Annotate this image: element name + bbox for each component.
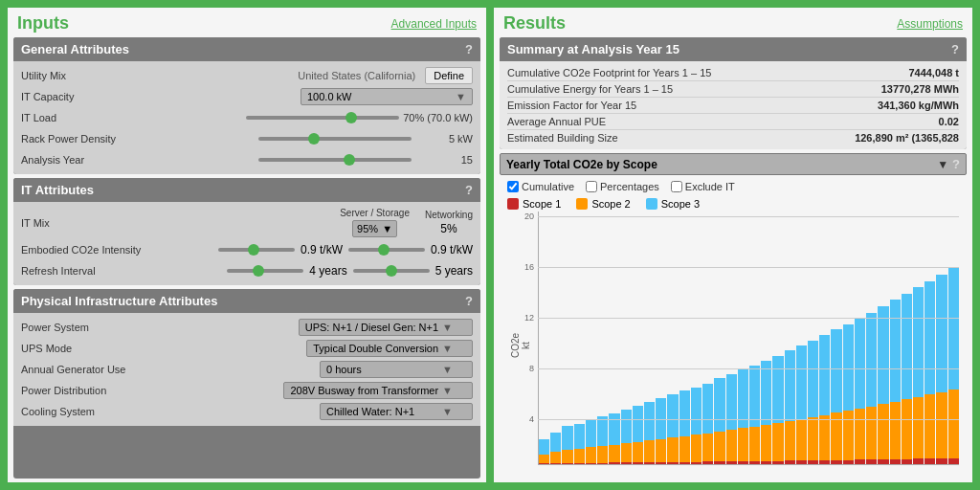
emission-factor-key: Emission Factor for Year 15: [507, 100, 844, 111]
bar-scope1: [948, 458, 959, 464]
annual-generator-use-arrow-icon: ▼: [442, 364, 453, 375]
bar-scope2: [843, 411, 854, 459]
annual-generator-use-dropdown[interactable]: 0 hours ▼: [320, 361, 473, 378]
bar-scope3: [702, 384, 713, 434]
scope3-legend-label: Scope 3: [661, 198, 700, 210]
bar-group: [586, 212, 596, 464]
refresh-interval-left-slider[interactable]: [227, 269, 303, 273]
percentages-checkbox[interactable]: [586, 181, 597, 192]
refresh-interval-label: Refresh Interval: [21, 265, 145, 277]
it-load-label: IT Load: [21, 112, 145, 123]
bar-scope1: [855, 459, 865, 464]
bar-scope2: [644, 440, 655, 462]
embodied-co2e-left-slider[interactable]: [218, 248, 295, 252]
power-distribution-dropdown[interactable]: 208V Busway from Transformer ▼: [283, 382, 473, 399]
bar-group: [831, 212, 841, 464]
cumulative-energy-key: Cumulative Energy for Years 1 – 15: [507, 83, 844, 95]
assumptions-link[interactable]: Assumptions: [897, 17, 963, 31]
emission-factor-row: Emission Factor for Year 15 341,360 kg/M…: [507, 98, 959, 114]
exclude-it-checkbox[interactable]: [671, 181, 682, 192]
physical-attributes-help-icon[interactable]: ?: [465, 294, 473, 308]
bar-scope2: [539, 455, 549, 463]
summary-header-label: Summary at Analysis Year 15: [507, 42, 679, 56]
summary-help-icon[interactable]: ?: [951, 42, 959, 56]
bar-scope3: [890, 300, 901, 401]
refresh-interval-right-slider[interactable]: [353, 269, 430, 273]
bar-scope3: [761, 361, 771, 425]
bar-scope1: [913, 458, 924, 464]
right-panel: Results Assumptions Summary at Analysis …: [494, 8, 972, 482]
bar-scope3: [539, 439, 549, 455]
percentages-label: Percentages: [600, 181, 659, 192]
bar-scope1: [574, 463, 585, 464]
server-storage-value[interactable]: 95% ▼: [352, 220, 397, 237]
bar-scope1: [702, 461, 713, 464]
bar-scope3: [644, 402, 655, 440]
networking-value: 5%: [440, 222, 457, 235]
bar-scope2: [667, 437, 678, 461]
bar-scope3: [738, 369, 748, 428]
scope2-legend-item: Scope 2: [576, 198, 630, 210]
bar-scope3: [574, 424, 585, 449]
ups-mode-value: Typical Double Conversion: [313, 343, 438, 354]
bar-group: [656, 212, 666, 464]
analysis-year-row: Analysis Year 15: [21, 149, 473, 170]
bar-scope3: [855, 318, 865, 409]
bar-scope3: [831, 329, 841, 413]
bar-scope2: [948, 390, 959, 458]
general-attributes-help-icon[interactable]: ?: [465, 42, 473, 56]
co2e-footprint-row: Cumulative CO2e Footprint for Years 1 – …: [507, 65, 959, 81]
bar-scope3: [808, 341, 818, 417]
chart-inner: CO2ekt 20161284: [507, 212, 959, 479]
summary-section: Summary at Analysis Year 15 ? Cumulative…: [500, 37, 967, 149]
bar-group: [714, 212, 724, 464]
left-panel: Inputs Advanced Inputs General Attribute…: [8, 8, 486, 482]
power-system-dropdown[interactable]: UPS: N+1 / Diesel Gen: N+1 ▼: [299, 319, 473, 336]
bar-scope3: [586, 420, 596, 448]
define-button[interactable]: Define: [425, 67, 473, 84]
advanced-inputs-link[interactable]: Advanced Inputs: [391, 17, 477, 31]
cumulative-checkbox[interactable]: [507, 181, 519, 192]
bar-scope1: [785, 460, 795, 464]
embodied-co2e-right-value: 0.9 t/kW: [431, 243, 473, 256]
it-capacity-dropdown[interactable]: 100.0 kW ▼: [301, 88, 473, 105]
bar-scope1: [902, 459, 912, 464]
it-attributes-section: IT Attributes ? IT Mix Server / Storage …: [13, 178, 480, 285]
chart-help-icon[interactable]: ?: [952, 157, 960, 171]
scope1-legend-color: [507, 198, 519, 210]
bar-scope2: [691, 434, 702, 461]
bar-scope1: [679, 462, 690, 464]
embodied-co2e-left-value: 0.9 t/kW: [301, 243, 343, 256]
bar-group: [562, 212, 572, 464]
power-system-value: UPS: N+1 / Diesel Gen: N+1: [305, 322, 438, 333]
chart-dropdown[interactable]: Yearly Total CO2e by Scope ▼ ?: [500, 153, 967, 175]
ups-mode-dropdown[interactable]: Typical Double Conversion ▼: [306, 340, 473, 357]
bar-scope2: [738, 428, 748, 461]
bar-group: [878, 212, 888, 464]
refresh-interval-control: 4 years 5 years: [145, 264, 473, 278]
bar-scope2: [866, 407, 877, 459]
bar-scope3: [936, 275, 947, 392]
it-load-value: 70% (70.0 kW): [403, 112, 473, 123]
bar-group: [679, 212, 690, 464]
it-attributes-help-icon[interactable]: ?: [465, 183, 473, 197]
power-distribution-row: Power Distribution 208V Busway from Tran…: [21, 380, 473, 401]
cooling-system-dropdown-row: Chilled Water: N+1 ▼: [145, 403, 473, 420]
bar-group: [621, 212, 632, 464]
bar-scope3: [924, 281, 935, 395]
annual-pue-row: Average Annual PUE 0.02: [507, 114, 959, 130]
it-load-slider[interactable]: [246, 116, 399, 120]
bar-scope2: [761, 425, 771, 461]
embodied-co2e-control: 0.9 t/kW 0.9 t/kW: [145, 243, 473, 256]
refresh-interval-right-value: 5 years: [435, 264, 473, 278]
analysis-year-slider[interactable]: [258, 158, 412, 162]
embodied-co2e-right-slider[interactable]: [348, 248, 425, 252]
it-mix-row: IT Mix Server / Storage 95% ▼ Networking…: [21, 206, 473, 239]
rack-power-density-slider[interactable]: [258, 137, 412, 141]
bar-scope3: [948, 268, 959, 390]
bar-scope1: [597, 463, 608, 465]
it-capacity-value: 100.0 kW: [307, 91, 351, 102]
bar-group: [574, 212, 585, 464]
bar-scope2: [633, 442, 643, 462]
cooling-system-dropdown[interactable]: Chilled Water: N+1 ▼: [320, 403, 473, 420]
